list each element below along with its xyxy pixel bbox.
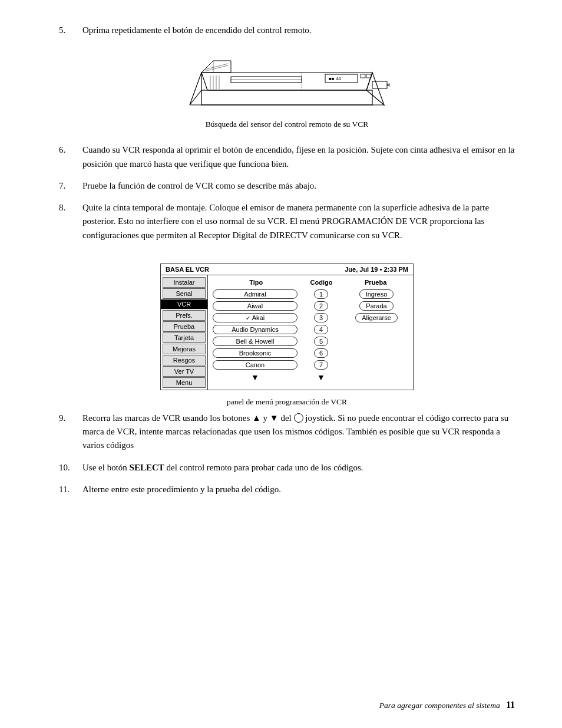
svg-marker-0 xyxy=(201,73,372,90)
menu-body: Instalar Senal VCR Prefs. Prueba Tarjeta… xyxy=(161,275,413,390)
step-number-8: 8. xyxy=(59,201,82,242)
page-content: 5. Oprima repetidamente el botón de ence… xyxy=(0,0,562,540)
brand-bell-howell[interactable]: Bell & Howell xyxy=(213,337,297,346)
action-parada[interactable]: Parada xyxy=(359,301,393,311)
page-footer: Para agregar componentes al sistema 11 xyxy=(379,700,515,710)
footer-text: Para agregar componentes al sistema xyxy=(379,701,500,710)
sidebar-item-prefs[interactable]: Prefs. xyxy=(163,310,206,321)
menu-data-rows: Admiral Aiwal Akai Audio Dynamics Bell &… xyxy=(210,289,411,381)
figure1-container: ■■ 44 xyxy=(59,49,515,129)
step-number-6: 6. xyxy=(59,143,82,171)
step-text-11: Alterne entre este procedimiento y la pr… xyxy=(82,483,515,496)
step-7: 7. Pruebe la función de control de VCR c… xyxy=(59,179,515,193)
step-number-7: 7. xyxy=(59,179,82,193)
brand-admiral[interactable]: Admiral xyxy=(213,289,297,299)
step-text-5: Oprima repetidamente el botón de encendi… xyxy=(82,24,515,37)
step-text-6: Cuando su VCR responda al oprimir el bot… xyxy=(82,143,515,171)
svg-line-16 xyxy=(387,81,390,85)
figure1-caption: Búsqueda del sensor del control remoto d… xyxy=(59,120,515,129)
step-11: 11. Alterne entre este procedimiento y l… xyxy=(59,483,515,496)
code-4[interactable]: 4 xyxy=(314,325,328,334)
step-number-9: 9. xyxy=(59,411,82,453)
menu-figure-wrap: BASA EL VCR Jue, Jul 19 • 2:33 PM Instal… xyxy=(59,253,515,407)
svg-line-22 xyxy=(204,64,228,70)
action-aligerarse[interactable]: Aligerarse xyxy=(355,313,398,322)
code-2[interactable]: 2 xyxy=(314,301,328,311)
action-ingreso[interactable]: Ingreso xyxy=(359,289,394,299)
brand-column: Admiral Aiwal Akai Audio Dynamics Bell &… xyxy=(213,289,297,381)
step-text-7: Pruebe la función de control de VCR como… xyxy=(82,179,515,193)
vcr-menu-screenshot: BASA EL VCR Jue, Jul 19 • 2:33 PM Instal… xyxy=(160,263,414,390)
code-scroll-down[interactable]: ▼ xyxy=(317,373,325,381)
step-8: 8. Quite la cinta temporal de montaje. C… xyxy=(59,201,515,242)
brand-audio-dynamics[interactable]: Audio Dynamics xyxy=(213,325,297,334)
menu-main: Tipo Codigo Prueba Admiral Aiwal Akai Au… xyxy=(208,275,413,390)
vcr-device-sketch: ■■ 44 xyxy=(184,49,390,114)
svg-rect-15 xyxy=(372,81,387,88)
joystick-icon xyxy=(294,413,303,423)
svg-marker-2 xyxy=(190,73,201,105)
brand-brooksonic[interactable]: Brooksonic xyxy=(213,348,297,358)
code-column: 1 2 3 4 5 6 7 ▼ xyxy=(300,289,342,381)
sidebar-item-tarjeta[interactable]: Tarjeta xyxy=(163,332,206,343)
brand-scroll-down[interactable]: ▼ xyxy=(213,373,297,381)
step-number-5: 5. xyxy=(59,24,82,37)
svg-rect-1 xyxy=(201,90,372,105)
step-9: 9. Recorra las marcas de VCR usando los … xyxy=(59,411,515,453)
action-column: Ingreso Parada Aligerarse xyxy=(345,289,408,381)
step-number-11: 11. xyxy=(59,483,82,496)
code-7[interactable]: 7 xyxy=(314,360,328,370)
step-6: 6. Cuando su VCR responda al oprimir el … xyxy=(59,143,515,171)
step-10: 10. Use el botón SELECT del control remo… xyxy=(59,461,515,475)
sidebar-item-prueba[interactable]: Prueba xyxy=(163,321,206,332)
sidebar-item-mejoras[interactable]: Mejoras xyxy=(163,344,206,354)
menu-column-headers: Tipo Codigo Prueba xyxy=(210,278,411,287)
vcr-sketch-svg: ■■ 44 xyxy=(184,49,390,114)
sidebar-item-ver-tv[interactable]: Ver TV xyxy=(163,366,206,377)
col-header-codigo: Codigo xyxy=(300,279,343,286)
col-header-tipo: Tipo xyxy=(213,279,300,286)
sidebar-item-vcr[interactable]: VCR xyxy=(161,299,207,309)
footer-page-number: 11 xyxy=(506,700,515,710)
svg-text:■■ 44: ■■ 44 xyxy=(329,76,341,81)
menu-header-left: BASA EL VCR xyxy=(166,266,209,273)
menu-caption: panel de menú programación de VCR xyxy=(59,397,515,407)
sidebar-item-resgos[interactable]: Resgos xyxy=(163,355,206,365)
code-5[interactable]: 5 xyxy=(314,337,328,346)
code-3[interactable]: 3 xyxy=(314,313,328,322)
svg-line-18 xyxy=(387,85,390,88)
menu-header-right: Jue, Jul 19 • 2:33 PM xyxy=(345,266,408,273)
step-text-8: Quite la cinta temporal de montaje. Colo… xyxy=(82,201,515,242)
step-5: 5. Oprima repetidamente el botón de ence… xyxy=(59,24,515,37)
code-6[interactable]: 6 xyxy=(314,348,328,358)
sidebar-item-instalar[interactable]: Instalar xyxy=(163,277,206,288)
brand-akai[interactable]: Akai xyxy=(213,313,297,322)
sidebar-item-menu[interactable]: Menu xyxy=(163,377,206,388)
menu-header: BASA EL VCR Jue, Jul 19 • 2:33 PM xyxy=(161,264,413,275)
code-1[interactable]: 1 xyxy=(314,289,328,299)
menu-sidebar: Instalar Senal VCR Prefs. Prueba Tarjeta… xyxy=(161,275,208,390)
brand-aiwal[interactable]: Aiwal xyxy=(213,301,297,311)
step-number-10: 10. xyxy=(59,461,82,475)
step-text-10: Use el botón SELECT del control remoto p… xyxy=(82,461,515,475)
col-header-prueba: Prueba xyxy=(343,279,408,286)
brand-canon[interactable]: Canon xyxy=(213,360,297,370)
select-bold: SELECT xyxy=(130,463,164,472)
sidebar-item-senal[interactable]: Senal xyxy=(163,288,206,299)
svg-rect-9 xyxy=(361,74,365,78)
step-text-9: Recorra las marcas de VCR usando los bot… xyxy=(82,411,515,453)
